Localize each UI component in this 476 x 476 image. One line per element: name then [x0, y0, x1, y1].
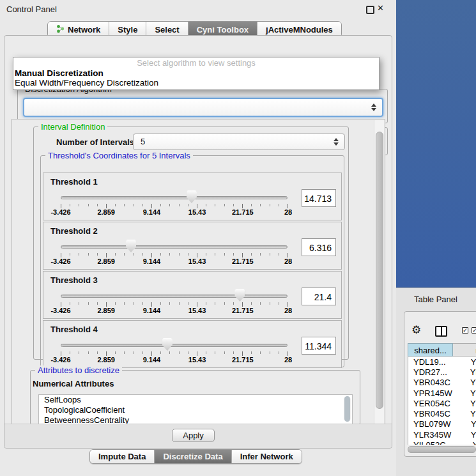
checkbox-checked-icon[interactable]: ✓ — [462, 327, 468, 334]
close-icon[interactable]: ✕ — [377, 3, 384, 13]
threshold-1-slider[interactable] — [61, 190, 288, 203]
scrollbar-thumb[interactable] — [408, 446, 476, 453]
tick-label: 15.43 — [188, 208, 206, 216]
checkbox-checked-icon[interactable]: ✓ — [472, 327, 476, 334]
slider-track — [61, 344, 288, 347]
column-header-name[interactable]: na — [453, 343, 476, 357]
scrollbar-thumb[interactable] — [376, 132, 383, 409]
cell-name[interactable]: YBR0 — [454, 378, 476, 387]
cell-shared-name[interactable]: YPR145W — [408, 388, 454, 398]
cell-shared-name[interactable]: YBR045C — [408, 409, 454, 418]
threshold-label: Threshold 3 — [50, 275, 98, 285]
attribute-list-item[interactable]: SelfLoops — [39, 395, 352, 405]
cell-name[interactable]: YIL0 — [454, 440, 476, 445]
group-title: Interval Definition — [38, 122, 107, 132]
table-row[interactable]: YDL19...YDL1 — [408, 357, 476, 367]
table-row[interactable]: YPR145WYPR1 — [408, 388, 476, 398]
slider-track — [61, 196, 288, 199]
tick-label: 21.715 — [232, 307, 254, 314]
tab-discretize-data[interactable]: Discretize Data — [155, 450, 231, 463]
tick-label: -3.426 — [50, 257, 70, 265]
combo-arrows-icon — [371, 104, 376, 111]
cell-name[interactable]: YPR1 — [454, 388, 476, 398]
cell-name[interactable]: YDR2 — [454, 367, 476, 377]
table-row[interactable]: YBR045CYBR0 — [408, 408, 476, 418]
tick-label: 28 — [284, 307, 292, 314]
tick-label: 9.144 — [143, 307, 161, 314]
horizontal-scrollbar[interactable] — [406, 445, 476, 453]
algorithm-combobox[interactable] — [23, 98, 383, 117]
cell-name[interactable]: YBL0 — [454, 419, 476, 429]
threshold-3-slider[interactable] — [61, 289, 288, 302]
table-row[interactable]: YIL052CYIL0 — [408, 440, 476, 445]
cell-shared-name[interactable]: YBR043C — [408, 378, 454, 387]
table-row[interactable]: YLR345WYLR3 — [408, 429, 476, 440]
slider-handle[interactable] — [162, 338, 173, 351]
tab-impute-data[interactable]: Impute Data — [90, 450, 155, 463]
slider-ticks-major — [61, 351, 288, 356]
gear-icon[interactable]: ⚙ — [411, 323, 421, 337]
cell-shared-name[interactable]: YLR345W — [408, 430, 454, 440]
tick-label: 21.715 — [232, 257, 254, 265]
settings-scroll-area: Interval Definition Number of Intervals … — [12, 119, 385, 425]
attribute-list-item[interactable]: BetweennessCentrality — [39, 415, 352, 424]
tab-label: Infer Network — [240, 452, 293, 461]
apply-bar: Apply — [4, 424, 392, 448]
slider-handle[interactable] — [187, 190, 197, 203]
threshold-4-value-field[interactable]: 11.344 — [302, 337, 336, 355]
tick-label: 15.43 — [188, 356, 206, 364]
table-container: ⚙ ✓ ✓ shared... na YDL19...YDL1YDR27...Y… — [404, 311, 476, 457]
cell-shared-name[interactable]: YIL052C — [408, 440, 454, 445]
slider-track — [61, 295, 288, 298]
slider-handle[interactable] — [234, 289, 245, 302]
threshold-1-value-field[interactable]: 14.713 — [302, 189, 336, 207]
numerical-attributes-list[interactable]: SelfLoopsTopologicalCoefficientBetweenne… — [38, 394, 353, 424]
cell-shared-name[interactable]: YBL079W — [408, 419, 454, 429]
tab-label: Discretize Data — [163, 452, 222, 461]
cell-name[interactable]: YER0 — [454, 399, 476, 408]
table-row[interactable]: YER054CYER0 — [408, 398, 476, 408]
threshold-label: Threshold 1 — [50, 177, 98, 187]
cell-name[interactable]: YDL1 — [454, 357, 476, 367]
tick-label: 28 — [284, 257, 292, 265]
table-row[interactable]: YBR043CYBR0 — [408, 378, 476, 388]
table-body: YDL19...YDL1YDR27...YDR2YBR043CYBR0YPR14… — [408, 357, 476, 445]
table-row[interactable]: YBL079WYBL0 — [408, 419, 476, 429]
tick-label: 2.859 — [97, 307, 115, 314]
tab-label: Impute Data — [98, 452, 146, 461]
dropdown-item-equal-width-frequency[interactable]: Equal Width/Frequency Discretization — [15, 78, 378, 88]
cell-shared-name[interactable]: YER054C — [408, 399, 454, 408]
slider-tick-labels: -3.4262.8599.14415.4321.71528 — [61, 307, 288, 314]
threshold-3-value-field[interactable]: 21.4 — [302, 288, 336, 305]
attribute-list-item[interactable]: TopologicalCoefficient — [39, 405, 352, 415]
tick-label: 2.859 — [97, 208, 115, 216]
column-header-shared-name[interactable]: shared... — [408, 343, 453, 357]
list-scrollbar[interactable] — [344, 396, 351, 422]
discretization-algorithm-group: Discretization Algorithm — [17, 89, 388, 123]
slider-handle[interactable] — [126, 240, 136, 252]
bottom-tab-bar: Impute DataDiscretize DataInfer Network — [89, 449, 302, 464]
threshold-4-slider[interactable] — [61, 338, 288, 351]
scrollbar-thumb[interactable] — [344, 396, 350, 422]
slider-tick-labels: -3.4262.8599.14415.4321.71528 — [61, 257, 288, 265]
threshold-2-slider[interactable] — [61, 240, 288, 252]
tab-infer-network[interactable]: Infer Network — [232, 450, 302, 463]
apply-button[interactable]: Apply — [172, 429, 215, 442]
tab-label: Style — [118, 25, 137, 35]
tick-label: 2.859 — [97, 257, 115, 265]
dropdown-item-manual-discretization[interactable]: Manual Discretization — [15, 68, 378, 78]
cell-shared-name[interactable]: YDR27... — [408, 367, 454, 377]
threshold-4-panel: Threshold 4 -3.4262.8599.14415.4321.7152… — [43, 320, 342, 368]
cell-shared-name[interactable]: YDL19... — [408, 357, 454, 367]
float-window-icon[interactable] — [366, 6, 374, 14]
dropdown-placeholder: Select algorithm to view settings — [13, 58, 379, 68]
cell-name[interactable]: YLR3 — [454, 430, 476, 440]
split-column-icon[interactable] — [435, 326, 447, 337]
table-row[interactable]: YDR27...YDR2 — [408, 367, 476, 377]
number-of-intervals-combobox[interactable]: 5 — [133, 134, 345, 150]
tab-label: Network — [68, 25, 100, 35]
threshold-2-value-field[interactable]: 6.316 — [302, 238, 336, 256]
cell-name[interactable]: YBR0 — [454, 409, 476, 418]
slider-tick-labels: -3.4262.8599.14415.4321.71528 — [61, 356, 288, 364]
vertical-scrollbar[interactable] — [374, 120, 384, 424]
